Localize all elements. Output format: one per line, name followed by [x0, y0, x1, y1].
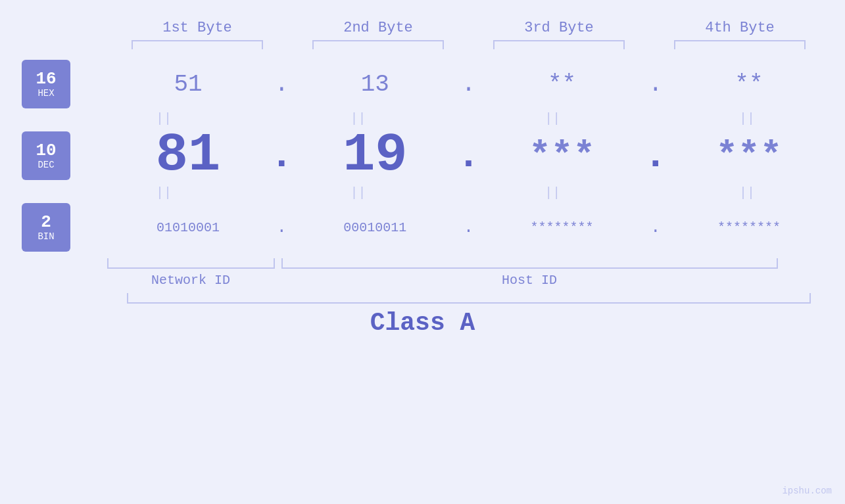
- dec-byte4: ***: [690, 137, 808, 174]
- bin-dot2: .: [455, 218, 481, 237]
- dec-dot2: .: [455, 133, 481, 178]
- footer-text: ipshu.com: [782, 486, 832, 496]
- byte-header-1: 1st Byte: [118, 20, 276, 36]
- dec-byte1: 81: [129, 129, 247, 183]
- byte-header-4: 4th Byte: [661, 20, 819, 36]
- bin-byte1: 01010001: [129, 220, 247, 235]
- top-bracket-3: [493, 40, 625, 49]
- main-container: 1st Byte 2nd Byte 3rd Byte 4th Byte 16 H…: [0, 0, 845, 504]
- byte-header-3: 3rd Byte: [480, 20, 638, 36]
- host-id-bracket: [281, 258, 778, 269]
- bin-byte4: ********: [690, 220, 808, 235]
- hex-badge: 16 HEX: [22, 60, 70, 108]
- class-label: Class A: [370, 309, 475, 337]
- dec-byte3: ***: [503, 137, 621, 174]
- equals-1-3: ||: [493, 111, 612, 126]
- equals-2-4: ||: [688, 185, 806, 200]
- hex-byte4: **: [690, 71, 808, 98]
- dec-badge: 10 DEC: [22, 131, 70, 180]
- hex-dot2: .: [455, 71, 481, 98]
- network-id-bracket: [107, 258, 275, 269]
- hex-byte3: **: [503, 71, 621, 98]
- bin-badge: 2 BIN: [22, 203, 70, 252]
- hex-byte2: 13: [316, 71, 434, 98]
- hex-dot3: .: [642, 71, 669, 98]
- top-bracket-1: [132, 40, 263, 49]
- top-bracket-4: [674, 40, 806, 49]
- equals-2-2: ||: [299, 185, 418, 200]
- bin-dot3: .: [642, 218, 669, 237]
- host-id-label: Host ID: [281, 273, 778, 288]
- bin-byte2: 00010011: [316, 220, 434, 235]
- equals-1-4: ||: [688, 111, 806, 126]
- equals-2-1: ||: [105, 185, 223, 200]
- class-bracket: [127, 293, 811, 304]
- bin-byte3: ********: [503, 220, 621, 235]
- hex-byte1: 51: [129, 71, 247, 98]
- bin-dot1: .: [268, 218, 295, 237]
- dec-dot3: .: [642, 133, 669, 178]
- dec-byte2: 19: [316, 129, 434, 183]
- equals-1-1: ||: [105, 111, 223, 126]
- byte-header-2: 2nd Byte: [299, 20, 457, 36]
- top-bracket-2: [312, 40, 444, 49]
- equals-1-2: ||: [299, 111, 418, 126]
- equals-2-3: ||: [493, 185, 612, 200]
- hex-dot1: .: [268, 71, 295, 98]
- network-id-label: Network ID: [107, 273, 275, 288]
- dec-dot1: .: [268, 133, 295, 178]
